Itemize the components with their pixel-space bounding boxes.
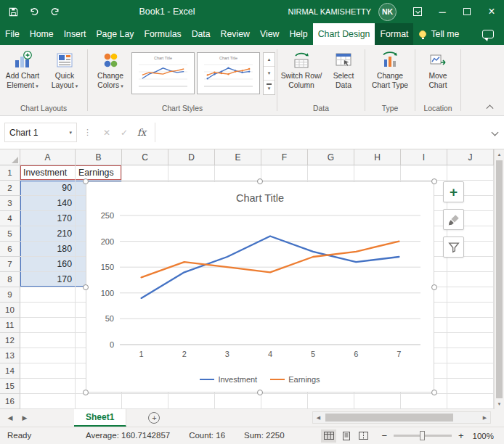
add-sheet-button[interactable]: + xyxy=(145,409,163,427)
cell-a8[interactable]: 170 xyxy=(20,272,76,287)
cell-a5[interactable]: 210 xyxy=(20,226,76,242)
row-header-14[interactable]: 14 xyxy=(0,363,20,379)
select-data-button[interactable]: Select Data xyxy=(324,48,363,91)
chart-handle[interactable] xyxy=(257,178,263,184)
select-all-corner[interactable] xyxy=(0,149,20,165)
row-header-11[interactable]: 11 xyxy=(0,318,20,333)
cell-b16[interactable] xyxy=(76,394,122,409)
avatar[interactable]: NK xyxy=(378,3,397,21)
name-box-caret-icon[interactable]: ▾ xyxy=(69,130,72,136)
cell-j11[interactable] xyxy=(447,318,494,333)
horizontal-scrollbar[interactable]: ◀ ▶ xyxy=(312,411,491,424)
row-header-15[interactable]: 15 xyxy=(0,379,20,394)
cell-j1[interactable] xyxy=(447,165,494,181)
chart-handle[interactable] xyxy=(257,390,263,395)
redo-icon[interactable] xyxy=(49,6,61,17)
cell-a14[interactable] xyxy=(20,363,76,379)
scroll-right-icon[interactable]: ▶ xyxy=(479,412,490,423)
tab-format[interactable]: Format xyxy=(375,23,413,45)
column-header-j[interactable]: J xyxy=(447,149,494,165)
legend-earnings[interactable]: Earnings xyxy=(270,375,320,384)
cell-j7[interactable] xyxy=(447,257,494,272)
cell-h1[interactable] xyxy=(354,165,401,181)
minimize-button[interactable]: ─ xyxy=(430,0,455,23)
zoom-slider[interactable] xyxy=(394,435,452,437)
chart-handle[interactable] xyxy=(431,178,437,184)
zoom-out-icon[interactable]: − xyxy=(381,430,387,441)
column-header-h[interactable]: H xyxy=(354,149,401,165)
column-header-e[interactable]: E xyxy=(215,149,261,165)
chart-title[interactable]: Chart Title xyxy=(236,192,284,204)
row-header-5[interactable]: 5 xyxy=(0,226,20,242)
chart-handle[interactable] xyxy=(431,284,437,290)
cell-c1[interactable] xyxy=(122,165,168,181)
page-break-view-icon[interactable] xyxy=(356,429,371,443)
row-header-16[interactable]: 16 xyxy=(0,394,20,409)
vertical-scrollbar-thumb[interactable] xyxy=(496,160,503,398)
undo-icon[interactable] xyxy=(28,6,40,17)
row-header-1[interactable]: 1 xyxy=(0,165,20,181)
tab-file[interactable]: File xyxy=(0,23,25,45)
zoom-in-icon[interactable]: + xyxy=(458,430,464,441)
collapse-ribbon-button[interactable] xyxy=(482,100,497,112)
row-header-10[interactable]: 10 xyxy=(0,303,20,318)
chart-filters-button[interactable] xyxy=(443,237,464,258)
cell-e1[interactable] xyxy=(215,165,261,181)
tab-insert[interactable]: Insert xyxy=(59,23,92,45)
cell-j10[interactable] xyxy=(447,303,494,318)
cell-g1[interactable] xyxy=(308,165,354,181)
cell-a16[interactable] xyxy=(20,394,76,409)
cell-b1[interactable]: Earnings xyxy=(76,165,122,181)
add-chart-element-button[interactable]: Add Chart Element▾ xyxy=(1,48,44,91)
save-icon[interactable] xyxy=(7,6,19,17)
sheet-nav-right-icon[interactable]: ▶ xyxy=(17,409,32,427)
cell-a11[interactable] xyxy=(20,318,76,333)
chart-style-2[interactable]: Chart Title xyxy=(197,52,260,94)
cell-a9[interactable] xyxy=(20,287,76,303)
cell-j15[interactable] xyxy=(447,379,494,394)
row-header-12[interactable]: 12 xyxy=(0,333,20,348)
row-header-6[interactable]: 6 xyxy=(0,242,20,257)
series-earnings-line[interactable] xyxy=(142,242,399,278)
cell-a4[interactable]: 170 xyxy=(20,211,76,226)
column-header-a[interactable]: A xyxy=(20,149,76,165)
chart-elements-button[interactable]: + xyxy=(443,181,464,202)
insert-function-icon[interactable]: fx xyxy=(133,123,150,142)
column-header-i[interactable]: I xyxy=(401,149,447,165)
scroll-up-icon[interactable]: ▲ xyxy=(495,149,504,160)
tab-chart-design[interactable]: Chart Design xyxy=(313,23,375,45)
quick-layout-button[interactable]: Quick Layout▾ xyxy=(44,48,86,91)
cell-a6[interactable]: 180 xyxy=(20,242,76,257)
cell-a15[interactable] xyxy=(20,379,76,394)
chart[interactable]: 0501001502002501234567Chart Title Invest… xyxy=(86,181,434,392)
chart-styles-button[interactable] xyxy=(443,209,464,230)
tab-page-lay[interactable]: Page Lay xyxy=(91,23,139,45)
row-header-13[interactable]: 13 xyxy=(0,348,20,363)
cell-j16[interactable] xyxy=(447,394,494,409)
cell-a10[interactable] xyxy=(20,303,76,318)
chart-style-1[interactable]: Chart Title xyxy=(131,52,195,94)
chart-handle[interactable] xyxy=(431,390,437,395)
cell-f1[interactable] xyxy=(261,165,308,181)
cell-a3[interactable]: 140 xyxy=(20,196,76,211)
scroll-left-icon[interactable]: ◀ xyxy=(313,412,324,423)
tell-me[interactable]: Tell me xyxy=(419,23,459,45)
zoom-slider-thumb[interactable] xyxy=(420,431,425,440)
switch-row-column-button[interactable]: Switch Row/ Column xyxy=(279,48,324,91)
vertical-scrollbar[interactable]: ▲ ▼ xyxy=(494,149,504,409)
cell-a1[interactable]: Investment xyxy=(20,165,76,181)
row-header-3[interactable]: 3 xyxy=(0,196,20,211)
ribbon-display-options-icon[interactable] xyxy=(405,0,430,23)
cell-j8[interactable] xyxy=(447,272,494,287)
close-button[interactable]: × xyxy=(479,0,504,23)
sheet-nav-left-icon[interactable]: ◀ xyxy=(3,409,17,427)
cell-j13[interactable] xyxy=(447,348,494,363)
enter-icon[interactable]: ✓ xyxy=(115,123,133,142)
cell-a13[interactable] xyxy=(20,348,76,363)
cell-g16[interactable] xyxy=(308,394,354,409)
cell-h16[interactable] xyxy=(354,394,401,409)
cell-i1[interactable] xyxy=(401,165,447,181)
cell-j12[interactable] xyxy=(447,333,494,348)
cancel-icon[interactable]: ✕ xyxy=(98,123,115,142)
horizontal-scrollbar-thumb[interactable] xyxy=(325,414,453,422)
